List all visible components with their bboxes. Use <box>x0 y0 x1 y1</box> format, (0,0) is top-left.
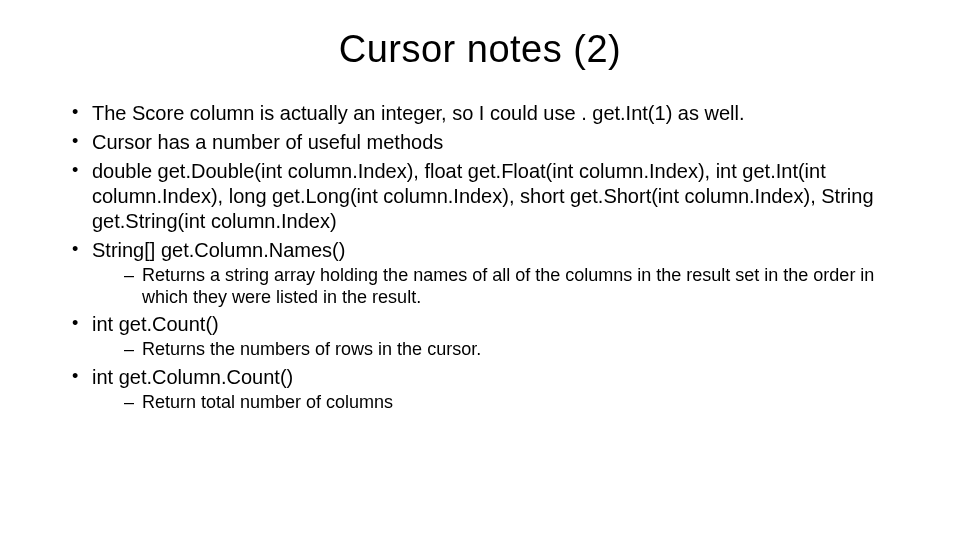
sub-list: Returns a string array holding the names… <box>92 265 910 308</box>
sub-list: Returns the numbers of rows in the curso… <box>92 339 910 361</box>
sub-bullet-text: Returns a string array holding the names… <box>142 265 874 307</box>
sub-list: Return total number of columns <box>92 392 910 414</box>
bullet-text: int get.Column.Count() <box>92 366 293 388</box>
list-item: double get.Double(int column.Index), flo… <box>72 159 910 234</box>
bullet-text: String[] get.Column.Names() <box>92 239 345 261</box>
sub-list-item: Returns a string array holding the names… <box>124 265 910 308</box>
bullet-list: The Score column is actually an integer,… <box>50 101 910 413</box>
slide: Cursor notes (2) The Score column is act… <box>0 0 960 540</box>
sub-bullet-text: Returns the numbers of rows in the curso… <box>142 339 481 359</box>
slide-title: Cursor notes (2) <box>50 28 910 71</box>
sub-list-item: Return total number of columns <box>124 392 910 414</box>
list-item: Cursor has a number of useful methods <box>72 130 910 155</box>
sub-list-item: Returns the numbers of rows in the curso… <box>124 339 910 361</box>
list-item: int get.Count() Returns the numbers of r… <box>72 312 910 361</box>
bullet-text: Cursor has a number of useful methods <box>92 131 443 153</box>
bullet-text: double get.Double(int column.Index), flo… <box>92 160 874 232</box>
sub-bullet-text: Return total number of columns <box>142 392 393 412</box>
bullet-text: The Score column is actually an integer,… <box>92 102 745 124</box>
list-item: The Score column is actually an integer,… <box>72 101 910 126</box>
bullet-text: int get.Count() <box>92 313 219 335</box>
list-item: String[] get.Column.Names() Returns a st… <box>72 238 910 308</box>
list-item: int get.Column.Count() Return total numb… <box>72 365 910 414</box>
